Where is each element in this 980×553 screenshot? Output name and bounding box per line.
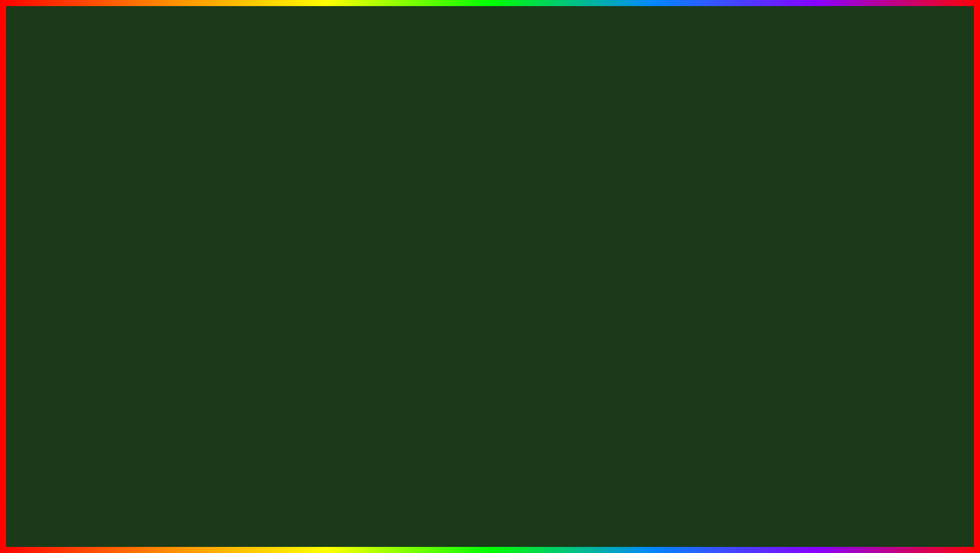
nav-esp[interactable]: 👁 ESP xyxy=(45,241,72,264)
sidebar-nav: ⚙ ⚡ Rage 👤 Player ⚔ Combat + Misc 👁 ESP xyxy=(45,108,73,331)
title-container: COMBAT WARRIORS xyxy=(0,15,980,96)
info-krnl: Krnl | False xyxy=(166,255,307,266)
cat-aiming[interactable]: 🎯 Aiming xyxy=(662,138,707,154)
winter-star-icon: ✦ xyxy=(664,124,670,132)
maxhub-title: MaxHub xyxy=(102,186,151,193)
winter-title-area: ✦ WinterTime Admin Panel | Game: Combat … xyxy=(664,124,846,132)
toggle-inf-parry: Inf Parry xyxy=(113,141,285,151)
zaphub-header-icons: ✏ ⚙ ✕ xyxy=(861,187,885,195)
row-anti-bear-trap: Anti Bear Trap and Fire Damage xyxy=(734,276,886,289)
cat-th[interactable]: 🔧 Th... xyxy=(662,217,707,232)
toggle-switch-stamina[interactable] xyxy=(280,270,295,277)
key-t[interactable]: T xyxy=(881,171,895,180)
svg-rect-7 xyxy=(451,387,463,397)
toggle-spam-jump: Spam Jump xyxy=(113,151,285,161)
game-character xyxy=(391,320,472,452)
row-no-ragdoll: No Ragdoll xyxy=(734,302,886,315)
maxhub-body: 👤 Player Section 🛡 Parry Section 🎯 Aim/C… xyxy=(95,204,311,313)
toggle-stomp[interactable] xyxy=(871,267,884,273)
toggle-no-fall[interactable] xyxy=(871,254,884,260)
info-synapse: Synapse | True xyxy=(166,231,307,243)
svg-rect-4 xyxy=(401,356,412,389)
menu-utility[interactable]: ⚙ Utility Shits xyxy=(95,268,161,282)
section-label: Toggles xyxy=(73,108,290,118)
bottom-best: BEST xyxy=(152,478,301,541)
toggle-inf-stam[interactable] xyxy=(871,241,884,248)
cat-di[interactable]: 📋 Di... xyxy=(662,232,707,248)
menu-aid-section[interactable]: ➕ Aid Section xyxy=(95,254,161,268)
zaphub-close-icon[interactable]: ✕ xyxy=(879,187,885,195)
menu-changelog[interactable]: 📝 Changelog xyxy=(95,296,161,310)
menu-settings[interactable]: 📋 Settings/Credits xyxy=(95,282,161,296)
cat-vi[interactable]: 👁 Vi... xyxy=(662,201,707,217)
zaphub-edit-icon[interactable]: ✏ xyxy=(861,187,867,195)
svg-rect-3 xyxy=(413,355,450,395)
key-v[interactable]: V xyxy=(881,156,895,165)
setting-silent-lock: Silent-Lock 🔒 KeyBind T xyxy=(712,168,895,183)
row-stomp-aura: Stomp Aura xyxy=(734,264,886,276)
menu-player-section[interactable]: 👤 Player Section xyxy=(95,206,161,220)
winter-header: ✦ WinterTime Admin Panel | Game: Combat … xyxy=(659,120,900,136)
toggle-auto-parry: Auto Parry Enable xyxy=(113,131,285,141)
toggle-anti-bear[interactable] xyxy=(871,280,884,286)
toggle-no-ragdoll-maxhub[interactable]: ◉ No Ragdoll ▼ xyxy=(166,281,307,296)
nav-misc[interactable]: + Misc xyxy=(45,215,72,238)
toggle-no-ragdoll-zap[interactable] xyxy=(871,305,884,311)
winter-panel-title: WinterTime Admin Panel xyxy=(674,124,741,131)
menu-parry-section[interactable]: 🛡 Parry Section xyxy=(95,220,161,234)
toggle-emotes: Emotes Unlock xyxy=(113,121,285,131)
maxhub-panel: MaxHub Signed By JMaxeyy 👤 Player Sectio… xyxy=(94,180,312,314)
maxhub-sidebar: 👤 Player Section 🛡 Parry Section 🎯 Aim/C… xyxy=(95,204,161,313)
cat-blatant[interactable]: 🔴 Blatant xyxy=(662,169,707,185)
user-id: 1843453344 xyxy=(46,315,71,320)
row-no-fall: No Fall Damage xyxy=(734,251,886,264)
toggle-switch-ragdoll[interactable] xyxy=(280,285,295,292)
cat-character[interactable]: 👤 Character xyxy=(662,154,707,169)
toggle-inf-stamina: Inf Stamina xyxy=(113,161,285,171)
logo-icon: ⚙ xyxy=(50,112,67,129)
bottom-script-pastebin: SCRIPT PASTEBIN xyxy=(420,488,828,539)
maxhub-header: MaxHub Signed By JMaxeyy xyxy=(95,182,311,204)
cat-anti-aim[interactable]: 🎮 Anti-Aim xyxy=(662,185,707,201)
tab-combat[interactable]: ⚔ Combat xyxy=(851,198,885,211)
svg-rect-10 xyxy=(412,431,430,441)
silent-lock-icon: 🔒 xyxy=(846,172,854,180)
nav-rage[interactable]: ⚡ Rage xyxy=(45,135,72,159)
winter-categories: 🎯 Aiming 👤 Character 🔴 Blatant 🎮 Anti-Ai… xyxy=(662,136,707,250)
maxhub-subtitle: Signed By JMaxeyy xyxy=(102,193,151,199)
row-inf-stamina: Infinite Stamina xyxy=(734,238,886,251)
row-no-dash-cd: No Dash Cooldown xyxy=(734,226,886,238)
zaphub-tabs: ⚙ Misc 👤 Player (PC) 📱 Player (Mobil) ⚔ … xyxy=(730,198,890,211)
tab-player-mobil[interactable]: 📱 Player (Mobil) xyxy=(801,198,851,211)
svg-rect-5 xyxy=(451,356,463,389)
svg-rect-9 xyxy=(435,397,449,434)
bottom-text: BEST TOP SCRIPT PASTEBIN xyxy=(0,482,980,538)
key-c[interactable]: C xyxy=(881,142,895,151)
svg-rect-2 xyxy=(415,322,448,333)
svg-rect-19 xyxy=(874,431,877,491)
winter-close-button[interactable]: ✕ xyxy=(886,123,895,132)
zaphub-settings-icon[interactable]: ⚙ xyxy=(870,187,876,195)
winter-pipe: | xyxy=(745,124,746,131)
toggle-no-jump[interactable] xyxy=(871,216,884,222)
row-no-jump-cd: No Jump Cooldown xyxy=(734,213,886,226)
svg-rect-11 xyxy=(433,431,451,441)
toggle-auto-spawn[interactable] xyxy=(871,292,884,298)
nav-player[interactable]: 👤 Player xyxy=(45,162,72,185)
nav-combat[interactable]: ⚔ Combat xyxy=(45,188,72,212)
winter-game-name: Combat Warriors Beginners xyxy=(771,124,846,131)
main-title: COMBAT WARRIORS xyxy=(0,15,980,96)
zaphub-panel: ZapHub | Combat Warriors ✏ ⚙ ✕ ⚙ Misc 👤 … xyxy=(729,183,891,318)
menu-aim-section[interactable]: 🎯 Aim/Combat Section xyxy=(95,234,161,254)
zaphub-header: ZapHub | Combat Warriors ✏ ⚙ ✕ xyxy=(730,184,890,198)
row-auto-spawn: Auto Spawn xyxy=(734,289,886,302)
svg-rect-14 xyxy=(838,450,868,479)
info-region: Player Region | ID xyxy=(166,220,307,231)
toggle-no-dash[interactable] xyxy=(871,229,884,235)
svg-rect-15 xyxy=(827,452,837,477)
tab-player-pc[interactable]: 👤 Player (PC) xyxy=(757,198,802,211)
info-sirhurt: SirHurt | False xyxy=(166,243,307,255)
tab-misc[interactable]: ⚙ Misc xyxy=(730,198,757,211)
user-label: ALPHA xyxy=(46,322,71,327)
toggle-inf-stamina-maxhub[interactable]: ◉ Inf Stamina ▼ xyxy=(166,266,307,281)
